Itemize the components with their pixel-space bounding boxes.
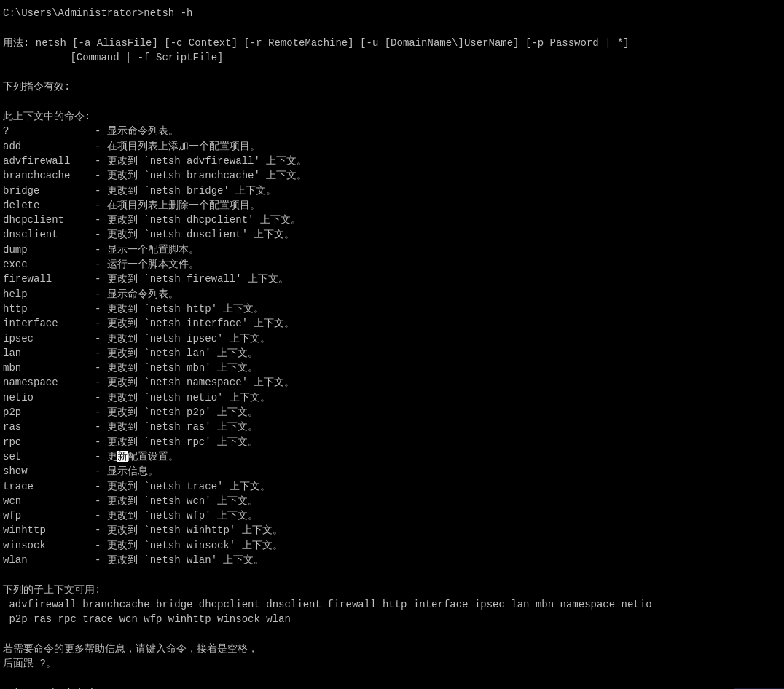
terminal-line: [Command | -f ScriptFile] — [3, 50, 781, 65]
terminal-line: ras - 更改到 `netsh ras' 上下文。 — [3, 420, 781, 434]
terminal-line: delete - 在项目列表上删除一个配置项目。 — [3, 198, 781, 213]
terminal-line: firewall - 更改到 `netsh firewall' 上下文。 — [3, 272, 781, 286]
terminal-line — [3, 626, 781, 641]
terminal-line: ipsec - 更改到 `netsh ipsec' 上下文。 — [3, 331, 781, 346]
terminal-line: winsock - 更改到 `netsh winsock' 上下文。 — [3, 538, 781, 553]
terminal-line: 若需要命令的更多帮助信息，请键入命令，接着是空格， — [3, 642, 781, 656]
terminal-line: 后面跟 ?。 — [3, 656, 781, 671]
terminal-line: winhttp - 更改到 `netsh winhttp' 上下文。 — [3, 523, 781, 538]
terminal-line: mbn - 更改到 `netsh mbn' 上下文。 — [3, 361, 781, 375]
terminal-line — [3, 567, 781, 582]
terminal-line: p2p ras rpc trace wcn wfp winhttp winsoc… — [3, 612, 781, 626]
terminal-line: 下列的子上下文可用: — [3, 583, 781, 597]
terminal-line: p2p - 更改到 `netsh p2p' 上下文。 — [3, 405, 781, 420]
terminal-line: bridge - 更改到 `netsh bridge' 上下文。 — [3, 184, 781, 198]
terminal-line: lan - 更改到 `netsh lan' 上下文。 — [3, 346, 781, 361]
terminal-line: advfirewall branchcache bridge dhcpclien… — [3, 597, 781, 612]
terminal-line: ? - 显示命令列表。 — [3, 124, 781, 138]
terminal-line: dnsclient - 更改到 `netsh dnsclient' 上下文。 — [3, 227, 781, 242]
terminal-line: show - 显示信息。 — [3, 464, 781, 479]
terminal-output: C:\Users\Administrator>netsh -h 用法: nets… — [3, 6, 781, 689]
terminal-line: dump - 显示一个配置脚本。 — [3, 243, 781, 257]
terminal-line — [3, 65, 781, 79]
terminal-line: set - 更新配置设置。 — [3, 449, 781, 464]
terminal-line: namespace - 更改到 `netsh namespace' 上下文。 — [3, 375, 781, 390]
terminal-line: http - 更改到 `netsh http' 上下文。 — [3, 302, 781, 316]
terminal-line: trace - 更改到 `netsh trace' 上下文。 — [3, 479, 781, 494]
terminal-line: advfirewall - 更改到 `netsh advfirewall' 上下… — [3, 154, 781, 168]
terminal-line: help - 显示命令列表。 — [3, 287, 781, 302]
terminal-line — [3, 671, 781, 685]
terminal-line: add - 在项目列表上添加一个配置项目。 — [3, 139, 781, 154]
terminal-line — [3, 20, 781, 35]
terminal-line: netio - 更改到 `netsh netio' 上下文。 — [3, 390, 781, 405]
terminal-line: rpc - 更改到 `netsh rpc' 上下文。 — [3, 435, 781, 449]
terminal-line: wfp - 更改到 `netsh wfp' 上下文。 — [3, 508, 781, 523]
terminal-line: 下列指令有效: — [3, 79, 781, 94]
terminal-line: 用法: netsh [-a AliasFile] [-c Context] [-… — [3, 36, 781, 50]
terminal-line: dhcpclient - 更改到 `netsh dhcpclient' 上下文。 — [3, 213, 781, 227]
terminal-line: 此上下文中的命令: — [3, 109, 781, 124]
terminal-line — [3, 95, 781, 109]
terminal-line: C:\Users\Administrator>netsh -h — [3, 6, 781, 20]
terminal-line: C:\Users\Administrator> — [3, 686, 781, 689]
terminal-line: exec - 运行一个脚本文件。 — [3, 257, 781, 272]
terminal-line: branchcache - 更改到 `netsh branchcache' 上下… — [3, 168, 781, 183]
terminal-line: interface - 更改到 `netsh interface' 上下文。 — [3, 316, 781, 331]
terminal-line: wlan - 更改到 `netsh wlan' 上下文。 — [3, 553, 781, 567]
terminal-window: C:\Users\Administrator>netsh -h 用法: nets… — [0, 0, 784, 689]
terminal-line: wcn - 更改到 `netsh wcn' 上下文。 — [3, 494, 781, 508]
